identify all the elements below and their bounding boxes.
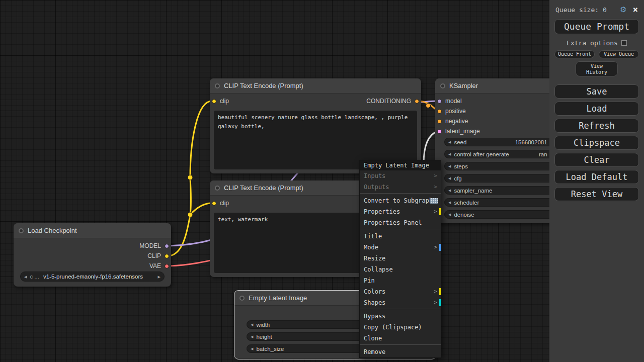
graph-canvas[interactable]: CLIP Text Encode (Prompt) clip CONDITION… [0, 0, 644, 362]
decrement-arrow-icon[interactable] [448, 140, 451, 144]
prev-arrow-icon[interactable] [24, 275, 27, 279]
widget-label: steps [454, 163, 468, 169]
node-header[interactable]: KSampler [435, 78, 566, 94]
node-header[interactable]: Load Checkpoint [14, 223, 171, 238]
menu-item-outputs: Outputs [360, 182, 441, 193]
decrement-arrow-icon[interactable] [251, 335, 253, 338]
menu-item-label: Pin [364, 277, 375, 284]
input-port-negative[interactable] [437, 119, 442, 124]
collapse-dot[interactable] [19, 228, 24, 233]
collapse-dot[interactable] [215, 83, 220, 88]
queue-size-label: Queue size: 0 [555, 6, 607, 14]
settings-gear-icon[interactable] [620, 6, 626, 14]
decrement-arrow-icon[interactable] [251, 347, 253, 350]
wire-junction-dot[interactable] [188, 212, 193, 217]
menu-item-bypass[interactable]: Bypass [360, 311, 441, 322]
widget-value: v1-5-pruned-emaonly-fp16.safetensors [43, 274, 143, 280]
menu-item-properties[interactable]: Properties [360, 206, 441, 217]
wire-junction-dot[interactable] [426, 104, 431, 108]
extra-options-checkbox[interactable] [621, 40, 627, 46]
menu-item-label: Title [364, 233, 382, 240]
clear-button[interactable]: Clear [554, 153, 639, 167]
menu-item-copy-clipspace[interactable]: Copy (Clipspace) [360, 322, 441, 333]
menu-item-label: Remove [364, 348, 385, 355]
output-port-model[interactable] [165, 244, 169, 248]
menu-item-remove[interactable]: Remove [360, 346, 441, 357]
menu-item-clone[interactable]: Clone [360, 333, 441, 344]
decrement-arrow-icon[interactable] [448, 213, 451, 216]
decrement-arrow-icon[interactable] [448, 201, 451, 204]
load-default-button[interactable]: Load Default [554, 170, 639, 184]
input-row-positive: positive [437, 107, 469, 115]
menu-item-label: Bypass [364, 313, 385, 320]
decrement-arrow-icon[interactable] [448, 152, 451, 156]
widget-control-after-generate[interactable]: control after generate ran [444, 150, 557, 158]
input-row-clip: clip [212, 97, 232, 105]
menu-item-title[interactable]: Title [360, 231, 441, 242]
port-label: positive [445, 108, 466, 115]
reset-view-button[interactable]: Reset View [554, 187, 639, 201]
port-label: CLIP [147, 252, 161, 259]
context-menu: Empty Latent Image Inputs Outputs Conver… [359, 160, 441, 358]
wire-junction-dot[interactable] [188, 175, 193, 180]
context-menu-title: Empty Latent Image [360, 160, 441, 170]
queue-buttons-row: Queue Front View Queue [549, 50, 644, 58]
widget-label: denoise [454, 212, 474, 218]
menu-item-properties-panel[interactable]: Properties Panel [360, 217, 441, 228]
node-clip-text-encode-1[interactable]: CLIP Text Encode (Prompt) clip CONDITION… [210, 78, 421, 173]
widget-steps[interactable]: steps [444, 162, 557, 170]
save-button[interactable]: Save [554, 84, 639, 99]
next-arrow-icon[interactable] [158, 275, 160, 279]
widget-label: width [256, 322, 270, 328]
wire-clip [169, 215, 190, 256]
queue-front-button[interactable]: Queue Front [554, 50, 595, 58]
widget-sampler-name[interactable]: sampler_name [444, 186, 557, 195]
input-port-clip[interactable] [212, 201, 216, 206]
menu-item-pin[interactable]: Pin [360, 275, 441, 286]
widget-ckpt-name[interactable]: c ... v1-5-pruned-emaonly-fp16.safetenso… [20, 272, 165, 282]
queue-prompt-button[interactable]: Queue Prompt [554, 19, 639, 34]
input-port-clip[interactable] [212, 99, 216, 104]
close-icon[interactable] [633, 6, 638, 14]
widget-seed[interactable]: seed 1566802081 [444, 138, 557, 146]
widget-denoise[interactable]: denoise [444, 210, 557, 219]
view-history-button[interactable]: View History [576, 61, 618, 76]
output-port-vae[interactable] [165, 264, 169, 268]
submenu-arrow-icon [434, 242, 437, 253]
output-port-conditioning[interactable] [415, 99, 419, 104]
collapse-dot[interactable] [215, 186, 220, 191]
node-load-checkpoint[interactable]: Load Checkpoint MODEL CLIP VAE c ... v1-… [14, 223, 171, 287]
decrement-arrow-icon[interactable] [448, 164, 451, 168]
decrement-arrow-icon[interactable] [448, 189, 451, 192]
refresh-button[interactable]: Refresh [554, 119, 639, 133]
output-port-clip[interactable] [165, 254, 169, 258]
menu-item-shapes[interactable]: Shapes [360, 297, 441, 308]
node-ksampler[interactable]: KSampler model positive negative latent_… [435, 78, 566, 223]
decrement-arrow-icon[interactable] [448, 176, 451, 180]
widget-label: control after generate [454, 151, 509, 157]
menu-item-label: Properties Panel [364, 219, 422, 226]
clipspace-button[interactable]: Clipspace [554, 136, 639, 150]
widget-cfg[interactable]: cfg [444, 174, 557, 183]
view-queue-button[interactable]: View Queue [599, 50, 639, 58]
input-row-latent-image: latent_image [437, 127, 484, 135]
input-port-model[interactable] [437, 99, 442, 104]
menu-item-label: Colors [364, 288, 385, 295]
input-port-positive[interactable] [437, 109, 442, 114]
widget-scheduler[interactable]: scheduler [444, 198, 557, 207]
collapse-dot[interactable] [440, 83, 445, 88]
node-header[interactable]: CLIP Text Encode (Prompt) [210, 78, 421, 94]
menu-item-colors[interactable]: Colors [360, 286, 441, 297]
load-button[interactable]: Load [554, 102, 639, 116]
collapse-dot[interactable] [239, 296, 245, 301]
submenu-arrow-icon [434, 182, 437, 193]
input-port-latent-image[interactable] [437, 129, 442, 134]
decrement-arrow-icon[interactable] [251, 323, 253, 326]
menu-item-mode[interactable]: Mode [360, 242, 441, 253]
port-label: negative [445, 118, 468, 125]
menu-item-convert-to-subgraph[interactable]: Convert to Subgraph [360, 195, 441, 206]
menu-item-resize[interactable]: Resize [360, 253, 441, 264]
output-row-vae: VAE [146, 262, 169, 270]
menu-item-collapse[interactable]: Collapse [360, 264, 441, 275]
widget-label: cfg [454, 175, 461, 182]
